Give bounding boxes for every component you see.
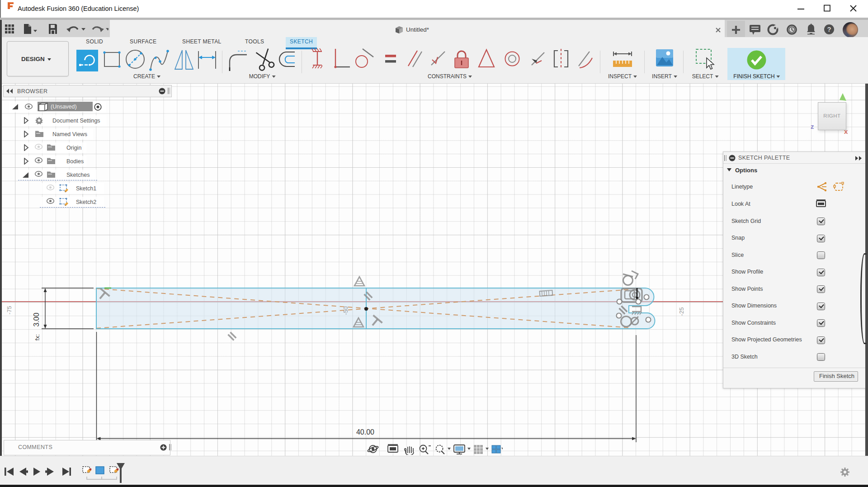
svg-text:3.00: 3.00 [33, 312, 40, 326]
svg-text:-25: -25 [678, 307, 685, 316]
svg-text:-50: -50 [342, 307, 349, 315]
svg-text:-75: -75 [6, 306, 13, 315]
svg-text:40.00: 40.00 [356, 428, 374, 436]
svg-text:?: ? [827, 25, 831, 33]
svg-text:fx:: fx: [34, 334, 41, 340]
